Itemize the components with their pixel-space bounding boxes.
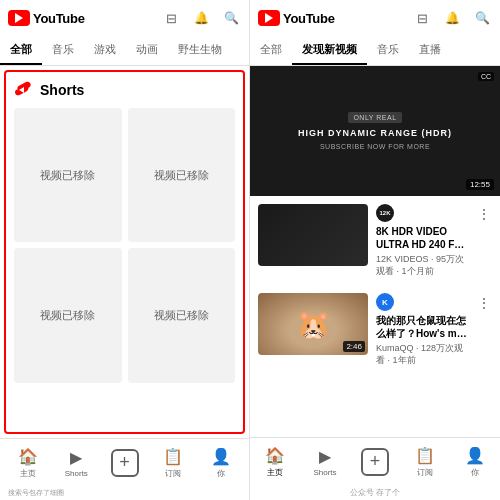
right-bell-icon[interactable] [442,8,462,28]
right-subscribe-icon: 📋 [415,446,435,465]
cc-badge: CC [478,72,494,81]
right-tab-all[interactable]: 全部 [250,36,292,65]
left-nav-you[interactable]: 👤 你 [197,447,245,479]
subscribe-icon: 📋 [163,447,183,466]
right-home-icon: 🏠 [265,446,285,465]
right-home-label: 主页 [267,467,283,478]
only-real-badge: ONLY REAL [348,112,401,123]
right-yt-text: YouTube [283,11,335,26]
left-yt-icon [8,10,30,26]
left-tab-wildlife[interactable]: 野生生物 [168,36,232,65]
right-nav-shorts[interactable]: ▶ Shorts [300,447,350,477]
left-header-icons [161,8,241,28]
featured-video[interactable]: ONLY REAL HIGH DYNAMIC RANGE (HDR) SUBSC… [250,66,500,196]
right-cast-icon[interactable] [412,8,432,28]
add-button[interactable]: + [111,449,139,477]
left-tab-music[interactable]: 音乐 [42,36,84,65]
left-tab-gaming[interactable]: 游戏 [84,36,126,65]
short-item-2[interactable]: 视频已移除 [128,108,236,242]
left-cast-icon[interactable] [161,8,181,28]
right-subscribe-label: 订阅 [417,467,433,478]
left-nav-add[interactable]: + [100,449,148,477]
right-shorts-icon: ▶ [319,447,331,466]
left-nav-tabs: 全部 音乐 游戏 动画 野生生物 [0,36,249,66]
featured-title: HIGH DYNAMIC RANGE (HDR) [298,127,452,140]
video-item-2[interactable]: 🐹 2:46 K 我的那只仓鼠现在怎么样了？How's my Hampter D… [250,285,500,374]
right-nav-tabs: 全部 发现新视频 音乐 直播 [250,36,500,66]
left-footer: 搜索号包存了细圈 [0,486,249,500]
shorts-section: Shorts 视频已移除 视频已移除 视频已移除 视频已移除 [4,70,245,434]
right-nav-home[interactable]: 🏠 主页 [250,446,300,478]
left-yt-text: YouTube [33,11,85,26]
shorts-nav-label: Shorts [65,469,88,478]
left-nav-home[interactable]: 🏠 主页 [4,447,52,479]
shorts-header: Shorts [14,80,235,100]
right-shorts-label: Shorts [313,468,336,477]
right-nav-add[interactable]: + [350,448,400,476]
left-nav-subscribe[interactable]: 📋 订阅 [149,447,197,479]
more-btn-1[interactable]: ⋮ [476,204,492,277]
video-title-1: 8K HDR VIDEO ULTRA HD 240 FPS | Dolby Vi… [376,225,468,251]
left-search-icon[interactable] [221,8,241,28]
right-bottom-nav: 🏠 主页 ▶ Shorts + 📋 订阅 👤 你 [250,437,500,485]
right-search-icon[interactable] [472,8,492,28]
channel-badge-2: K [376,293,394,311]
left-nav-shorts[interactable]: ▶ Shorts [52,448,100,478]
featured-overlay: ONLY REAL HIGH DYNAMIC RANGE (HDR) SUBSC… [250,66,500,196]
shorts-title: Shorts [40,82,84,98]
channel-row-1: 12K [376,204,468,222]
video-thumb-1 [258,204,368,266]
right-panel: YouTube 全部 发现新视频 音乐 直播 ONLY REAL HIGH DY… [250,0,500,500]
featured-duration: 12:55 [466,179,494,190]
left-tab-animation[interactable]: 动画 [126,36,168,65]
you-label: 你 [217,468,225,479]
right-you-icon: 👤 [465,446,485,465]
shorts-grid: 视频已移除 视频已移除 视频已移除 视频已移除 [14,108,235,383]
left-panel: YouTube 全部 音乐 游戏 动画 野生生物 [0,0,250,500]
left-header: YouTube [0,0,249,36]
right-header: YouTube [250,0,500,36]
right-nav-subscribe[interactable]: 📋 订阅 [400,446,450,478]
video-meta-2: KumaQQ · 128万次观看 · 1年前 [376,343,468,366]
shorts-logo [14,80,34,100]
right-youtube-logo[interactable]: YouTube [258,10,335,26]
video-thumb-2: 🐹 2:46 [258,293,368,355]
short-item-4[interactable]: 视频已移除 [128,248,236,382]
left-bottom-nav: 🏠 主页 ▶ Shorts + 📋 订阅 👤 你 [0,438,249,486]
video-info-1: 12K 8K HDR VIDEO ULTRA HD 240 FPS | Dolb… [376,204,468,277]
right-footer: 公众号 存了个 [250,485,500,500]
channel-row-2: K [376,293,468,311]
video-info-2: K 我的那只仓鼠现在怎么样了？How's my Hampter Doing? K… [376,293,468,366]
left-tab-all[interactable]: 全部 [0,36,42,65]
right-tab-discover[interactable]: 发现新视频 [292,36,367,65]
video-item-1[interactable]: 12K 8K HDR VIDEO ULTRA HD 240 FPS | Dolb… [250,196,500,285]
right-tab-live[interactable]: 直播 [409,36,451,65]
right-you-label: 你 [471,467,479,478]
thumb-duration-2: 2:46 [343,341,365,352]
channel-badge-1: 12K [376,204,394,222]
shorts-nav-icon: ▶ [70,448,82,467]
right-header-icons [412,8,492,28]
short-item-3[interactable]: 视频已移除 [14,248,122,382]
home-label: 主页 [20,468,36,479]
video-list: ONLY REAL HIGH DYNAMIC RANGE (HDR) SUBSC… [250,66,500,437]
subscribe-now-text: SUBSCRIBE NOW FOR MORE [320,143,430,150]
video-meta-1: 12K VIDEOS · 95万次观看 · 1个月前 [376,254,468,277]
left-bell-icon[interactable] [191,8,211,28]
subscribe-label: 订阅 [165,468,181,479]
video-title-2: 我的那只仓鼠现在怎么样了？How's my Hampter Doing? [376,314,468,340]
more-btn-2[interactable]: ⋮ [476,293,492,366]
short-item-1[interactable]: 视频已移除 [14,108,122,242]
right-tab-music[interactable]: 音乐 [367,36,409,65]
right-nav-you[interactable]: 👤 你 [450,446,500,478]
right-yt-icon [258,10,280,26]
home-icon: 🏠 [18,447,38,466]
left-youtube-logo[interactable]: YouTube [8,10,85,26]
right-add-button[interactable]: + [361,448,389,476]
you-icon: 👤 [211,447,231,466]
